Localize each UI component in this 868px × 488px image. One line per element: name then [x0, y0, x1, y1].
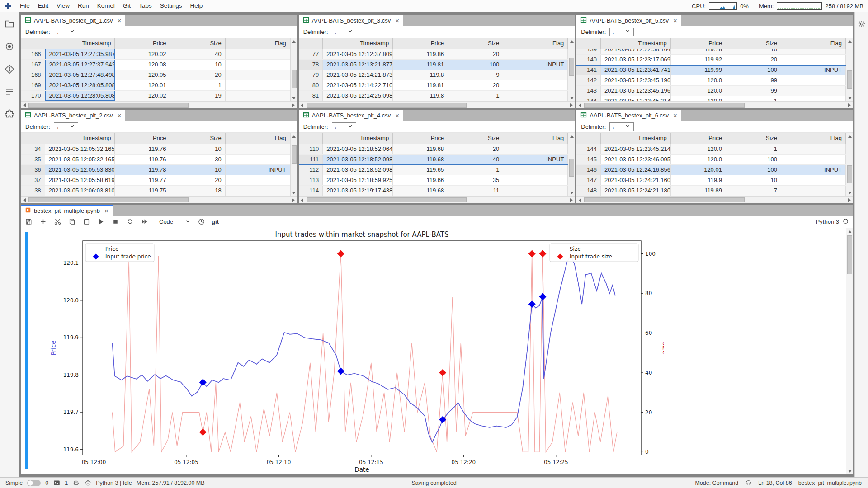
cell-timestamp[interactable]: 2021-03-05 12:06:03.810800 — [45, 186, 115, 196]
cell-size[interactable]: 1 — [448, 165, 503, 175]
cell-size[interactable]: 20 — [448, 49, 503, 59]
scroll-right-icon[interactable] — [568, 102, 575, 108]
menu-item-tabs[interactable]: Tabs — [135, 0, 156, 12]
cell-size[interactable]: 100 — [448, 60, 503, 70]
column-header-index[interactable] — [21, 38, 45, 49]
paste-icon[interactable] — [82, 218, 90, 226]
cell-price[interactable]: 119.86 — [393, 49, 448, 59]
cell-flag[interactable] — [781, 175, 846, 185]
delimiter-select[interactable]: , — [609, 122, 634, 131]
cell-price[interactable]: 119.8 — [393, 91, 448, 101]
table-row[interactable]: 1702021-03-05 12:28:05.808600120.0219 — [21, 91, 290, 101]
cell-row-index[interactable]: 140 — [576, 55, 601, 65]
cell-size[interactable]: 1 — [726, 96, 781, 101]
scrollbar-thumb[interactable] — [584, 197, 744, 202]
cell-timestamp[interactable]: 2021-03-05 12:24:16.856500 — [601, 165, 671, 175]
scroll-right-icon[interactable] — [290, 197, 297, 203]
table-row[interactable]: 1662021-03-05 12:27:35.987000120.0240 — [21, 49, 290, 60]
cell-price[interactable]: 120.08 — [115, 60, 170, 70]
cell-flag[interactable] — [226, 175, 290, 185]
horizontal-scrollbar[interactable] — [21, 101, 297, 108]
cell-price[interactable]: 119.78 — [671, 49, 726, 54]
scroll-left-icon[interactable] — [21, 197, 28, 203]
horizontal-scrollbar[interactable] — [576, 101, 853, 108]
scroll-left-icon[interactable] — [576, 102, 583, 108]
cell-flag[interactable] — [226, 70, 290, 80]
column-header-size[interactable]: Size — [448, 38, 503, 49]
scroll-left-icon[interactable] — [576, 197, 583, 203]
scroll-down-icon[interactable] — [846, 189, 853, 196]
scroll-up-icon[interactable] — [846, 228, 853, 235]
cell-timestamp[interactable]: 2021-03-05 12:23:45.214500 — [601, 96, 671, 101]
cell-price[interactable]: 119.68 — [393, 186, 448, 196]
cell-size[interactable]: 30 — [170, 155, 226, 164]
cell-price[interactable]: 120.0 — [671, 96, 726, 101]
cell-price[interactable]: 120.0 — [671, 144, 726, 154]
horizontal-scrollbar[interactable] — [299, 196, 575, 203]
cell-flag[interactable]: INPUT — [503, 155, 568, 164]
delimiter-select[interactable]: , — [332, 122, 356, 131]
cell-timestamp[interactable]: 2021-03-05 12:23:41.741800 — [601, 66, 671, 75]
scrollbar-thumb[interactable] — [292, 70, 297, 88]
running-icon[interactable] — [4, 41, 15, 52]
scrollbar-thumb[interactable] — [847, 165, 852, 183]
scroll-up-icon[interactable] — [846, 38, 853, 45]
cell-price[interactable]: 119.68 — [393, 155, 448, 164]
table-row[interactable]: 1442021-03-05 12:23:45.214500120.01 — [576, 144, 846, 155]
table-row[interactable]: 792021-03-05 12:14:21.873200119.89 — [299, 70, 568, 80]
cell-row-index[interactable]: 144 — [576, 96, 601, 101]
table-row[interactable]: 1692021-03-05 12:28:05.808600120.011 — [21, 80, 290, 91]
cell-price[interactable]: 119.78 — [115, 165, 170, 175]
cell-row-index[interactable]: 143 — [576, 86, 601, 96]
cell-size[interactable]: 40 — [170, 49, 226, 59]
copy-icon[interactable] — [68, 218, 76, 226]
cell-timestamp[interactable]: 2021-03-05 12:13:21.877300 — [323, 60, 393, 70]
cell-row-index[interactable]: 168 — [21, 70, 45, 80]
cell-size[interactable]: 1 — [170, 80, 226, 90]
kernel-status[interactable]: Python 3 | Idle — [96, 480, 132, 486]
menu-item-git[interactable]: Git — [119, 0, 135, 12]
column-header-timestamp[interactable]: Timestamp — [45, 38, 115, 49]
column-header-flag[interactable]: Flag — [503, 38, 568, 49]
cell-timestamp[interactable]: 2021-03-05 12:23:45.196000 — [601, 86, 671, 96]
scroll-right-icon[interactable] — [846, 102, 853, 108]
table-row[interactable]: 1682021-03-05 12:27:48.498600120.0520 — [21, 70, 290, 80]
cell-flag[interactable] — [781, 55, 846, 65]
delimiter-select[interactable]: , — [54, 28, 78, 36]
cell-timestamp[interactable]: 2021-03-05 12:23:45.214500 — [601, 144, 671, 154]
cell-row-index[interactable]: 111 — [299, 155, 323, 164]
trust-indicator-icon[interactable] — [745, 479, 752, 487]
close-icon[interactable]: × — [395, 17, 399, 24]
cell-price[interactable]: 120.01 — [671, 165, 726, 175]
column-header-index[interactable] — [21, 133, 45, 144]
column-header-flag[interactable]: Flag — [781, 38, 846, 49]
cell-flag[interactable] — [781, 155, 846, 164]
cell-price[interactable]: 120.0 — [671, 75, 726, 85]
cell-size[interactable]: 20 — [726, 55, 781, 65]
cell-flag[interactable] — [226, 49, 290, 59]
cell-price[interactable]: 119.76 — [115, 155, 170, 164]
horizontal-scrollbar[interactable] — [299, 101, 575, 108]
scroll-up-icon[interactable] — [291, 38, 297, 45]
column-header-index[interactable] — [299, 38, 323, 49]
cell-row-index[interactable]: 110 — [299, 144, 323, 154]
table-row[interactable]: 782021-03-05 12:13:21.877300119.81100INP… — [299, 60, 568, 70]
cell-flag[interactable]: INPUT — [503, 60, 568, 70]
terminal-icon[interactable] — [53, 479, 60, 487]
cell-flag[interactable] — [226, 60, 290, 70]
column-header-size[interactable]: Size — [170, 133, 226, 144]
cell-flag[interactable] — [503, 144, 568, 154]
cell-row-index[interactable]: 34 — [21, 144, 45, 154]
tab-csv-file[interactable]: AAPL-BATS_bestex_pit_5.csv× — [576, 15, 681, 26]
cell-row-index[interactable]: 167 — [21, 60, 45, 70]
table-row[interactable]: 1402021-03-05 12:23:17.069800119.9220 — [576, 55, 846, 65]
cell-flag[interactable] — [781, 96, 846, 101]
cell-timestamp[interactable]: 2021-03-05 12:18:59.925100 — [323, 175, 393, 185]
column-header-index[interactable] — [576, 133, 601, 144]
horizontal-scrollbar[interactable] — [576, 196, 853, 203]
run-icon[interactable] — [97, 218, 105, 226]
menu-item-edit[interactable]: Edit — [34, 0, 52, 12]
cell-size[interactable]: 99 — [726, 86, 781, 96]
save-icon[interactable] — [24, 218, 33, 226]
horizontal-scrollbar[interactable] — [21, 196, 297, 203]
